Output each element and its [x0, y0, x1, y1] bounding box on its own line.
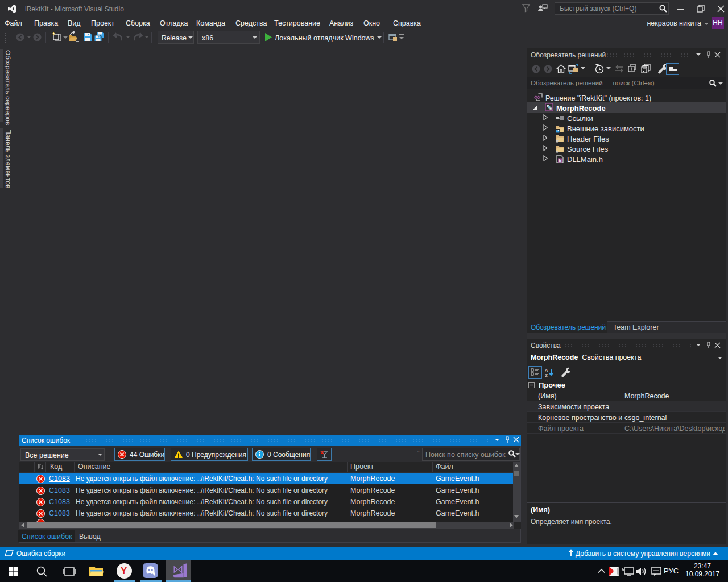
svg-text:Z: Z: [545, 373, 548, 377]
svg-text:h: h: [559, 158, 561, 163]
svg-text:A: A: [545, 368, 548, 373]
